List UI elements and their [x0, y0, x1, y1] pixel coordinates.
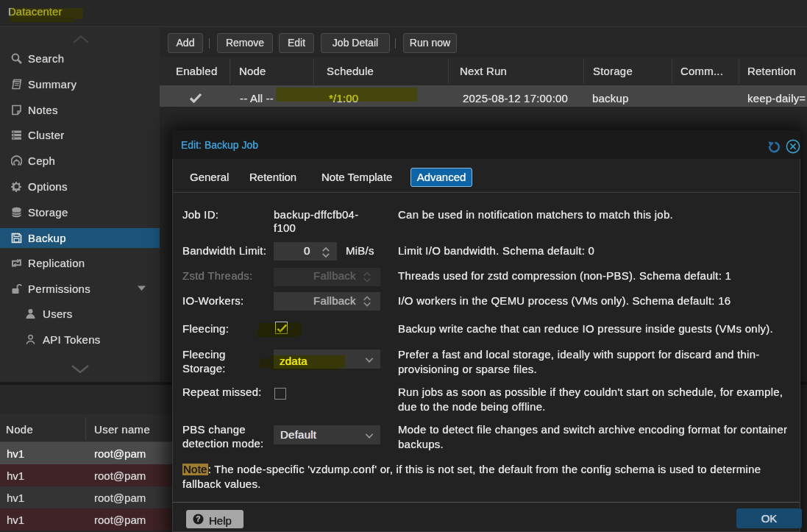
svg-text:?: ?: [196, 515, 200, 523]
